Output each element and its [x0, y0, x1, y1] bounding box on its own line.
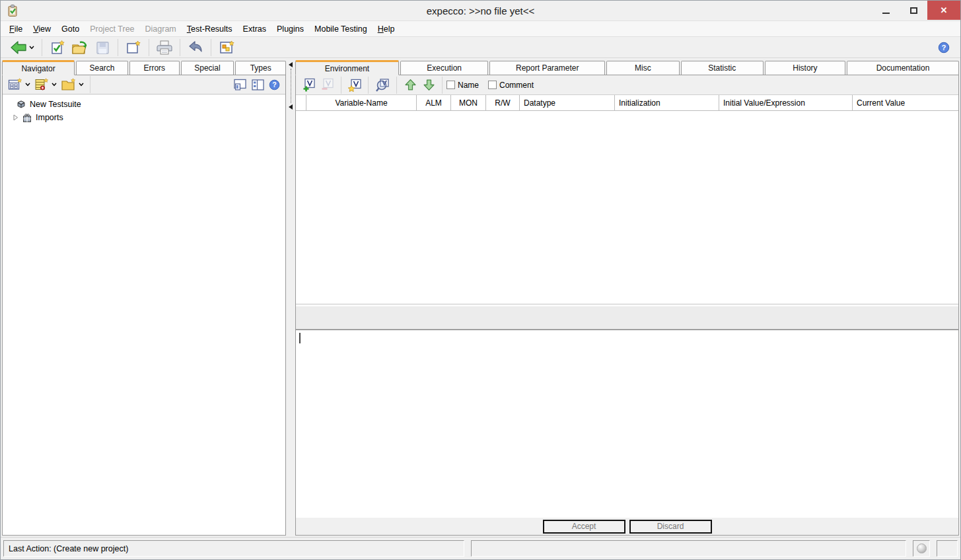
menu-plugins[interactable]: Plugins — [271, 22, 309, 36]
move-up-button[interactable] — [401, 76, 419, 94]
column-header-mon[interactable]: MON — [451, 95, 486, 110]
new-folder-icon — [61, 78, 77, 91]
close-button[interactable]: ✕ — [927, 1, 960, 20]
new-item-grid-icon — [8, 78, 23, 91]
minimize-button[interactable] — [872, 1, 900, 20]
settings-button[interactable] — [215, 38, 238, 57]
tab-search[interactable]: Search — [76, 61, 128, 75]
navigator-toolbar: ? — [3, 75, 285, 94]
new-action-chevron-icon — [52, 83, 57, 87]
save-button — [91, 38, 114, 57]
toolbar-separator — [341, 77, 341, 94]
panel-splitter[interactable] — [286, 59, 295, 536]
column-header-initial-value[interactable]: Initial Value/Expression — [719, 95, 853, 110]
name-checkbox[interactable]: Name — [446, 81, 479, 90]
new-folder-chevron-icon — [79, 83, 84, 87]
project-tree[interactable]: New Testsuite Imports — [3, 95, 285, 535]
new-testsuite-button[interactable] — [46, 38, 69, 57]
column-header-selector[interactable] — [296, 95, 306, 110]
comment-editor[interactable] — [296, 330, 958, 518]
maximize-button[interactable] — [900, 1, 927, 20]
add-variable-button[interactable] — [300, 76, 318, 94]
svg-text:?: ? — [942, 44, 946, 52]
collapse-left-icon[interactable] — [289, 62, 293, 67]
app-window: expecco: >>no file yet<< ✕ File View Got… — [0, 0, 961, 560]
window-layout-button[interactable] — [231, 77, 249, 92]
menu-file[interactable]: File — [4, 22, 28, 36]
tree-item-imports[interactable]: Imports — [3, 111, 285, 124]
discard-button[interactable]: Discard — [629, 520, 712, 534]
tab-environment[interactable]: Environment — [295, 60, 399, 75]
toolbar-separator — [396, 77, 397, 94]
split-view-icon — [251, 79, 265, 91]
column-header-initialization[interactable]: Initialization — [615, 95, 719, 110]
name-checkbox-label: Name — [458, 81, 479, 90]
column-header-variable-name[interactable]: Variable-Name — [306, 95, 417, 110]
menu-bar: File View Goto Project Tree Diagram Test… — [1, 20, 960, 36]
new-item-button[interactable] — [6, 77, 32, 92]
collapse-left-icon[interactable] — [289, 104, 293, 110]
name-checkbox-box[interactable] — [446, 81, 455, 89]
tab-report-parameter[interactable]: Report Parameter — [489, 61, 605, 75]
back-button[interactable] — [6, 38, 38, 57]
comment-checkbox[interactable]: Comment — [488, 81, 534, 90]
tab-misc[interactable]: Misc — [606, 61, 679, 75]
expand-triangle-icon[interactable] — [13, 114, 18, 121]
undo-button[interactable] — [184, 38, 207, 57]
comment-checkbox-label: Comment — [499, 81, 534, 90]
accept-button[interactable]: Accept — [543, 520, 625, 534]
new-window-button[interactable] — [122, 38, 145, 57]
printer-icon — [156, 40, 173, 55]
toolbar-separator — [442, 77, 443, 94]
variable-table-body[interactable] — [296, 111, 958, 304]
menu-diagram: Diagram — [140, 22, 182, 36]
status-message-field — [471, 540, 906, 557]
maximize-icon — [910, 7, 917, 14]
column-header-rw[interactable]: R/W — [486, 95, 520, 110]
new-folder-button[interactable] — [59, 77, 86, 92]
menu-view[interactable]: View — [28, 22, 56, 36]
print-button[interactable] — [153, 38, 176, 57]
navigator-help-button[interactable]: ? — [267, 77, 282, 92]
comment-checkbox-box[interactable] — [488, 81, 497, 89]
tab-documentation[interactable]: Documentation — [847, 61, 959, 75]
tab-execution[interactable]: Execution — [400, 61, 488, 75]
help-button[interactable]: ? — [933, 38, 955, 57]
toolbar-separator — [368, 77, 369, 94]
remove-variable-button — [318, 76, 337, 94]
tab-types[interactable]: Types — [235, 61, 286, 75]
new-window-icon — [125, 40, 141, 55]
minimize-icon — [882, 13, 890, 14]
window-title: expecco: >>no file yet<< — [1, 1, 960, 20]
tab-history[interactable]: History — [765, 61, 845, 75]
menu-test-results[interactable]: Test-Results — [182, 22, 238, 36]
title-bar[interactable]: expecco: >>no file yet<< ✕ — [1, 1, 960, 20]
menu-mobile-testing[interactable]: Mobile Testing — [309, 22, 373, 36]
undo-arrow-icon — [188, 40, 203, 55]
column-header-alm[interactable]: ALM — [417, 95, 451, 110]
tab-navigator[interactable]: Navigator — [2, 60, 75, 75]
column-header-datatype[interactable]: Datatype — [520, 95, 615, 110]
tab-statistic[interactable]: Statistic — [681, 61, 764, 75]
new-variable-special-button[interactable] — [345, 76, 364, 94]
menu-help[interactable]: Help — [373, 22, 400, 36]
open-file-button[interactable] — [69, 38, 91, 57]
tree-item-testsuite[interactable]: New Testsuite — [3, 98, 285, 111]
move-down-button[interactable] — [419, 76, 438, 94]
find-variable-button[interactable] — [373, 76, 392, 94]
close-icon: ✕ — [941, 5, 948, 15]
tab-special[interactable]: Special — [181, 61, 234, 75]
menu-goto[interactable]: Goto — [56, 22, 85, 36]
tab-errors[interactable]: Errors — [129, 61, 180, 75]
main-toolbar: ? — [1, 36, 960, 58]
variable-table-header: Variable-Name ALM MON R/W Datatype Initi… — [296, 95, 958, 111]
column-header-current-value[interactable]: Current Value — [853, 95, 958, 110]
imports-package-icon — [22, 112, 32, 123]
toolbar-separator — [42, 39, 42, 56]
splitter-handle[interactable] — [291, 69, 291, 103]
activity-indicator-cell — [913, 540, 930, 557]
menu-extras[interactable]: Extras — [238, 22, 271, 36]
split-view-button[interactable] — [249, 77, 267, 92]
new-action-button[interactable] — [32, 77, 59, 92]
navigator-panel: Navigator Search Errors Special Types — [2, 59, 286, 536]
